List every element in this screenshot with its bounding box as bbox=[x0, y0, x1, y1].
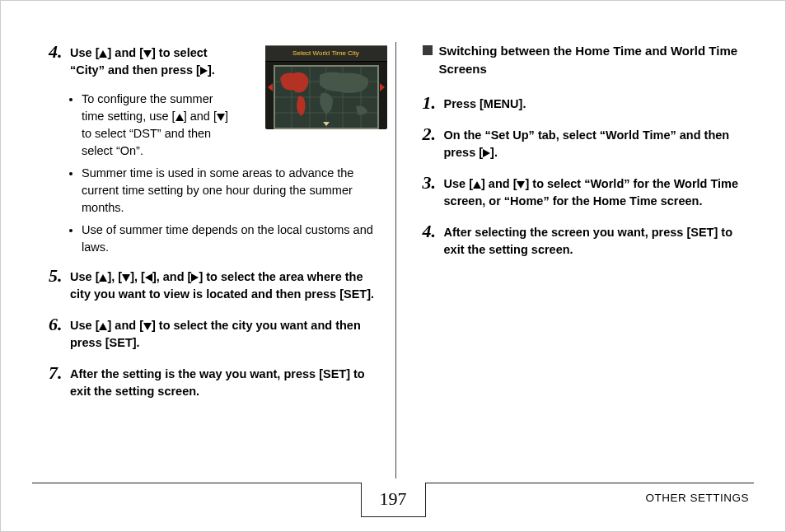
down-arrow-icon bbox=[143, 323, 152, 330]
step-number: 5. bbox=[49, 266, 70, 286]
world-time-screenshot: Select World Time City bbox=[265, 45, 387, 129]
step: 1.Press [MENU]. bbox=[423, 93, 753, 113]
step-text: Use [] and [] to select the city you wan… bbox=[70, 315, 379, 352]
step-text: On the “Set Up” tab, select “World Time”… bbox=[444, 124, 753, 161]
step-text: Use [] and [] to select “City” and then … bbox=[70, 42, 231, 79]
step-text: After selecting the screen you want, pre… bbox=[444, 222, 753, 259]
step-number: 4. bbox=[49, 42, 70, 62]
nav-right-icon bbox=[380, 83, 385, 91]
world-map-icon bbox=[275, 67, 377, 128]
step: 5.Use [], [], [], and [] to select the a… bbox=[49, 266, 379, 303]
step: 3.Use [] and [] to select “World” for th… bbox=[423, 173, 753, 210]
step-text: Press [MENU]. bbox=[444, 93, 526, 113]
step-number: 1. bbox=[423, 93, 444, 113]
sub-bullet: Use of summer time depends on the local … bbox=[82, 222, 379, 256]
up-arrow-icon bbox=[473, 181, 481, 189]
step-number: 6. bbox=[49, 315, 70, 334]
step: 7.After the setting is the way you want,… bbox=[49, 363, 379, 400]
page-number: 197 bbox=[361, 483, 426, 517]
down-arrow-icon bbox=[217, 114, 225, 121]
screenshot-title: Select World Time City bbox=[265, 45, 387, 62]
step-number: 4. bbox=[423, 222, 444, 241]
step-text: After the setting is the way you want, p… bbox=[70, 363, 379, 400]
sub-bullet: Summer time is used in some areas to adv… bbox=[82, 165, 379, 217]
square-bullet-icon bbox=[423, 45, 433, 55]
step-number: 3. bbox=[423, 173, 444, 193]
right-arrow-icon bbox=[200, 67, 208, 75]
step-text: Use [] and [] to select “World” for the … bbox=[444, 173, 753, 210]
step: 2.On the “Set Up” tab, select “World Tim… bbox=[423, 124, 753, 161]
step-number: 7. bbox=[49, 363, 70, 383]
world-map-panel bbox=[274, 65, 379, 129]
right-arrow-icon bbox=[191, 273, 199, 282]
up-arrow-icon bbox=[99, 274, 107, 282]
footer-section-label: OTHER SETTINGS bbox=[645, 490, 749, 506]
down-arrow-icon bbox=[517, 181, 525, 189]
nav-left-icon bbox=[268, 83, 273, 91]
down-arrow-icon bbox=[122, 274, 130, 282]
right-column: Switching between the Home Time and Worl… bbox=[396, 42, 753, 466]
right-arrow-icon bbox=[483, 149, 490, 157]
step: 4.After selecting the screen you want, p… bbox=[423, 222, 753, 259]
step-text: Use [], [], [], and [] to select the are… bbox=[70, 266, 379, 303]
left-column: Select World Time City bbox=[49, 42, 395, 466]
nav-down-icon bbox=[323, 122, 330, 126]
step: 6.Use [] and [] to select the city you w… bbox=[49, 315, 379, 352]
up-arrow-icon bbox=[175, 114, 184, 121]
sub-bullet: To configure the summer time setting, us… bbox=[82, 91, 232, 160]
up-arrow-icon bbox=[99, 50, 107, 58]
up-arrow-icon bbox=[99, 323, 107, 330]
section-heading-text: Switching between the Home Time and Worl… bbox=[439, 42, 753, 78]
left-arrow-icon bbox=[145, 273, 152, 282]
section-heading: Switching between the Home Time and Worl… bbox=[423, 42, 753, 78]
down-arrow-icon bbox=[143, 50, 152, 58]
step-number: 2. bbox=[423, 124, 444, 144]
page-body: Select World Time City bbox=[1, 1, 785, 466]
